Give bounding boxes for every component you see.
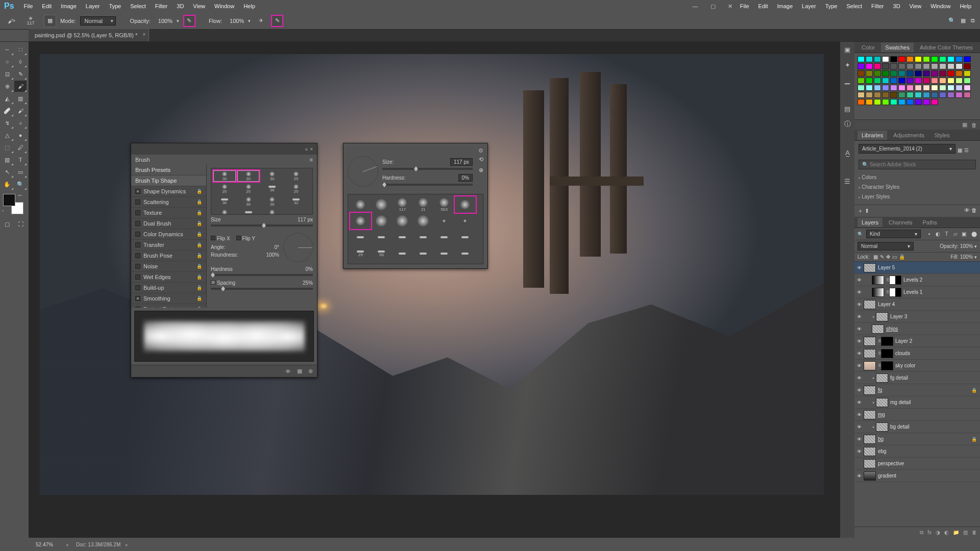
menu-image[interactable]: Image [56, 2, 81, 11]
layer-thumbnail[interactable] [864, 410, 876, 419]
library-search[interactable]: Search Adobe Stock [859, 160, 976, 169]
swatch[interactable] [955, 70, 963, 77]
swatch[interactable] [915, 85, 922, 91]
brush-tip[interactable]: 36 [213, 196, 236, 207]
visibility-toggle[interactable]: 👁 [854, 302, 864, 307]
layer-row[interactable]: 👁 ⛓ sky color [854, 360, 980, 372]
swatch[interactable] [955, 92, 963, 98]
tab-color[interactable]: Color [857, 43, 879, 52]
swatch[interactable] [890, 70, 897, 77]
layer-name[interactable]: fg [878, 387, 971, 393]
layer-row[interactable]: perspective [854, 458, 980, 470]
layer-row[interactable]: 👁 ▸ fg detail [854, 372, 980, 384]
layer-row[interactable]: 👁 ▸ Layer 3 [854, 311, 980, 323]
layer-thumbnail[interactable] [864, 361, 876, 370]
swatch[interactable] [923, 99, 930, 105]
swatch[interactable] [898, 85, 905, 91]
size-value[interactable]: 117 px [450, 158, 473, 166]
swatch[interactable] [882, 92, 889, 98]
swatch[interactable] [898, 78, 905, 84]
filter-kind-select[interactable]: Kind▾ [866, 230, 921, 238]
airbrush-toggle[interactable]: ✈ [255, 15, 267, 27]
swatch[interactable] [857, 70, 865, 77]
layer-mask-icon[interactable]: ◑ [936, 530, 940, 535]
brush-section-protect-texture[interactable]: Protect Texture🔒 [131, 304, 206, 308]
brush-preset-tip[interactable] [434, 213, 455, 229]
swatch[interactable] [915, 63, 922, 69]
swatch[interactable] [890, 85, 897, 91]
swatch[interactable] [866, 70, 873, 77]
swatch[interactable] [947, 78, 954, 84]
brush-preset-tip[interactable] [350, 213, 371, 229]
minimize-button[interactable]: — [690, 3, 701, 10]
swatch[interactable] [882, 70, 889, 77]
filter-pixel-icon[interactable]: ▪ [926, 231, 933, 237]
visibility-toggle[interactable]: 👁 [854, 351, 864, 356]
swatch[interactable] [898, 70, 905, 77]
brush-preset-tip[interactable]: 50 [371, 245, 392, 262]
brush-preset-tip[interactable] [392, 229, 413, 245]
brush-section-shape-dynamics[interactable]: Shape Dynamics🔒 [131, 186, 206, 197]
lock-pixel-icon[interactable]: ✎ [880, 254, 884, 260]
layer-thumbnail[interactable] [864, 435, 876, 444]
layer-mask-thumbnail[interactable] [881, 337, 893, 346]
layer-row[interactable]: 👁 ⛓ clouds [854, 347, 980, 360]
group-arrow-icon[interactable]: ▸ [872, 425, 876, 429]
angle-value[interactable]: 0° [274, 244, 279, 250]
layer-name[interactable]: Layer 5 [878, 265, 978, 270]
swatch[interactable] [955, 85, 963, 91]
menu-type[interactable]: Type [821, 2, 842, 11]
tool-6[interactable]: ⊕ [1, 81, 13, 92]
new-preset-icon[interactable]: ⊕ [479, 167, 483, 173]
layer-mask-thumbnail[interactable] [881, 361, 893, 370]
layer-row[interactable]: 👁 bg 🔒 [854, 433, 980, 445]
swatch[interactable] [915, 70, 922, 77]
workspace-icon[interactable]: ▦ [961, 17, 966, 24]
tool-0[interactable]: ↔ [1, 44, 13, 55]
tool-12[interactable]: ↯ [1, 117, 13, 129]
swatch[interactable] [923, 92, 930, 98]
brush-preset-tip[interactable]: 21 [413, 196, 434, 213]
canvas-area[interactable]: «× Brush≡ Brush Presets Brush Tip Shape … [29, 42, 980, 538]
add-graphic-icon[interactable]: ⬆ [865, 208, 869, 214]
group-arrow-icon[interactable]: ▸ [872, 315, 876, 319]
color-swatches[interactable]: ⤺▫ [3, 194, 23, 214]
pressure-size-button[interactable]: ✎ [271, 15, 283, 27]
menu-3d[interactable]: 3D [889, 2, 905, 11]
swatch[interactable] [939, 70, 946, 77]
menu-filter[interactable]: Filter [151, 2, 172, 11]
lock-trans-icon[interactable]: ▦ [873, 254, 878, 260]
layer-comps-icon[interactable]: ☰ [843, 177, 852, 186]
tab-layers[interactable]: Layers [857, 218, 883, 227]
swatch[interactable] [857, 85, 865, 91]
menu-window[interactable]: Window [926, 2, 955, 11]
swatch[interactable] [931, 85, 938, 91]
layer-row[interactable]: 👁 ships [854, 323, 980, 335]
menu-layer[interactable]: Layer [797, 2, 821, 11]
pressure-opacity-button[interactable]: ✎ [183, 15, 195, 27]
swatch[interactable] [898, 99, 905, 105]
swatch[interactable] [866, 63, 873, 69]
swatch[interactable] [915, 99, 922, 105]
info-icon[interactable]: ⓘ [843, 119, 852, 129]
layer-mask-thumbnail[interactable] [889, 276, 901, 285]
swatch[interactable] [915, 92, 922, 98]
filter-smart-icon[interactable]: ▣ [961, 231, 967, 237]
tool-18[interactable]: ▥ [1, 154, 13, 165]
hardness-slider[interactable] [382, 184, 473, 186]
layer-name[interactable]: fg detail [890, 375, 978, 381]
tool-9[interactable]: ▥ [14, 93, 27, 104]
brush-preset-tip[interactable] [371, 196, 392, 213]
swatch[interactable] [882, 78, 889, 84]
tool-22[interactable]: ✋ [1, 179, 13, 190]
link-layers-icon[interactable]: ⧉ [920, 530, 923, 536]
menu-window[interactable]: Window [210, 2, 239, 11]
swatch[interactable] [906, 70, 914, 77]
swatch[interactable] [931, 56, 938, 62]
swatch[interactable] [857, 92, 865, 98]
brush-preset-tip[interactable] [392, 213, 413, 229]
layer-thumbnail[interactable] [872, 324, 884, 334]
brush-tip[interactable]: 25 [285, 170, 307, 182]
hardness-slider[interactable] [211, 274, 313, 276]
tool-7[interactable]: 🖌 [14, 81, 27, 92]
